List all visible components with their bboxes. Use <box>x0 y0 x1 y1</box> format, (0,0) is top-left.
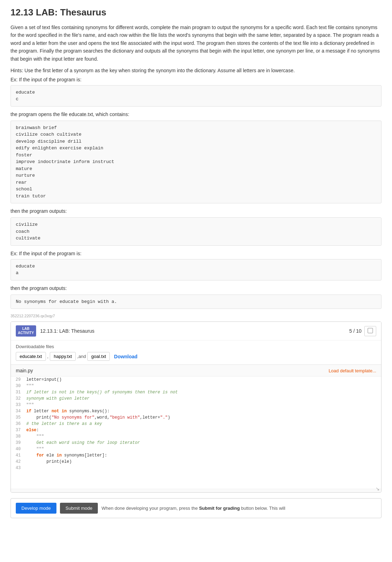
lab-title: 12.13.1: LAB: Thesaurus <box>40 328 95 334</box>
line-code-30: """ <box>23 383 381 389</box>
downloadable-label: Downloadable files <box>16 344 376 349</box>
line-code-31: if letter is not in the keys() of synony… <box>23 389 381 395</box>
editor-footer: ↘ <box>11 489 381 492</box>
description: Given a set of text files containing syn… <box>11 23 381 63</box>
submit-mode-button[interactable]: Submit mode <box>60 503 98 514</box>
file-btn-happy[interactable]: happy.txt <box>50 352 76 361</box>
line-code-40: """ <box>23 446 381 452</box>
code-line-30: 30 """ <box>11 383 381 389</box>
line-code-35: print("No synonyms for",word,"begin with… <box>23 414 381 421</box>
code-line-31: 31 if letter is not in the keys() of syn… <box>11 389 381 395</box>
code-line-29: 29 letter=input() <box>11 377 381 383</box>
line-code-41: for ele in synonyms[letter]: <box>23 452 381 459</box>
file-btn-educate[interactable]: educate.txt <box>16 352 46 361</box>
separator2: ,and <box>77 354 86 359</box>
file-btn-goal[interactable]: goal.txt <box>87 352 110 361</box>
line-num-39: 39 <box>11 440 23 446</box>
line-code-39: Get each word using the for loop iterato… <box>23 440 381 446</box>
line-code-29: letter=input() <box>23 377 381 383</box>
lab-activity-left: LAB ACTIVITY 12.13.1: LAB: Thesaurus <box>16 325 94 337</box>
line-code-42: print(ele) <box>23 459 381 465</box>
example1-label: Ex: If the input of the program is: <box>11 77 381 82</box>
code-line-37: 37 else: <box>11 427 381 433</box>
code-editor[interactable]: 29 letter=input() 30 """ 31 if letter is… <box>11 377 381 489</box>
code-line-43: 43 <box>11 465 381 471</box>
bottom-description: When done developing your program, press… <box>101 505 285 512</box>
line-num-30: 30 <box>11 383 23 389</box>
code-line-32: 32 synonym with given letter <box>11 395 381 402</box>
line-num-38: 38 <box>11 433 23 440</box>
lab-activity-container: LAB ACTIVITY 12.13.1: LAB: Thesaurus 5 /… <box>11 321 381 493</box>
code-table: 29 letter=input() 30 """ 31 if letter is… <box>11 377 381 471</box>
line-num-29: 29 <box>11 377 23 383</box>
code-line-40: 40 """ <box>11 446 381 452</box>
line-code-36: # the letter is there as a key <box>23 421 381 427</box>
line-num-43: 43 <box>11 465 23 471</box>
hint-text: Hints: Use the first letter of a synonym… <box>11 68 381 73</box>
download-link[interactable]: Download <box>114 354 137 359</box>
code-line-35: 35 print("No synonyms for",word,"begin w… <box>11 414 381 421</box>
example1-input: educate c <box>11 85 381 107</box>
score-value: 5 / 10 <box>349 328 361 334</box>
score-icon <box>367 328 373 333</box>
code-line-41: 41 for ele in synonyms[letter]: <box>11 452 381 459</box>
score-box <box>364 326 376 336</box>
file-text: the program opens the file educate.txt, … <box>11 111 381 117</box>
editor-header: main.py Load default template... <box>11 365 381 377</box>
line-code-34: if letter not in synonyms.keys(): <box>23 408 381 414</box>
file-buttons: educate.txt , happy.txt ,and goal.txt Do… <box>16 352 376 361</box>
code-line-42: 42 print(ele) <box>11 459 381 465</box>
line-num-35: 35 <box>11 414 23 421</box>
line-num-32: 32 <box>11 395 23 402</box>
code-line-34: 34 if letter not in synonyms.keys(): <box>11 408 381 414</box>
line-num-37: 37 <box>11 427 23 433</box>
code-line-33: 33 """ <box>11 402 381 408</box>
line-code-33: """ <box>23 402 381 408</box>
bottom-text-bold: Submit for grading <box>199 506 240 511</box>
output1-text: then the program outputs: <box>11 208 381 214</box>
code-line-36: 36 # the letter is there as a key <box>11 421 381 427</box>
separator1: , <box>47 354 49 359</box>
line-code-43 <box>23 465 381 471</box>
output2-text: then the program outputs: <box>11 285 381 291</box>
code-line-38: 38 """ <box>11 433 381 440</box>
develop-mode-button[interactable]: Develop mode <box>16 503 56 514</box>
line-code-32: synonym with given letter <box>23 395 381 402</box>
code-line-39: 39 Get each word using the for loop iter… <box>11 440 381 446</box>
line-num-34: 34 <box>11 408 23 414</box>
bottom-text-pre: When done developing your program, press… <box>101 506 199 511</box>
line-code-38: """ <box>23 433 381 440</box>
file-content: brainwash brief civilize coach cultivate… <box>11 121 381 204</box>
editor-filename: main.py <box>16 368 33 373</box>
lab-score: 5 / 10 <box>349 326 376 336</box>
load-template-link[interactable]: Load default template... <box>329 368 376 373</box>
resize-handle[interactable]: ↘ <box>376 486 380 492</box>
output1-content: civilize coach cultivate <box>11 217 381 246</box>
svg-rect-0 <box>368 328 373 333</box>
page-title: 12.13 LAB: Thesaurus <box>11 7 381 18</box>
line-num-42: 42 <box>11 459 23 465</box>
id-line: 352212.2207236.qx3xqy7 <box>11 314 381 318</box>
line-num-40: 40 <box>11 446 23 452</box>
line-num-41: 41 <box>11 452 23 459</box>
lab-badge: LAB ACTIVITY <box>16 325 36 337</box>
line-num-33: 33 <box>11 402 23 408</box>
line-code-37: else: <box>23 427 381 433</box>
lab-activity-header: LAB ACTIVITY 12.13.1: LAB: Thesaurus 5 /… <box>11 322 381 340</box>
downloadable-section: Downloadable files educate.txt , happy.t… <box>11 340 381 365</box>
bottom-text-post: button below. This will <box>240 506 285 511</box>
bottom-bar: Develop mode Submit mode When done devel… <box>11 498 381 518</box>
example2-label: Ex: If the input of the program is: <box>11 251 381 256</box>
line-num-31: 31 <box>11 389 23 395</box>
editor-area: main.py Load default template... 29 lett… <box>11 365 381 492</box>
line-num-36: 36 <box>11 421 23 427</box>
example2-input: educate a <box>11 259 381 280</box>
output2-content: No synonyms for educate begin with a. <box>11 294 381 309</box>
